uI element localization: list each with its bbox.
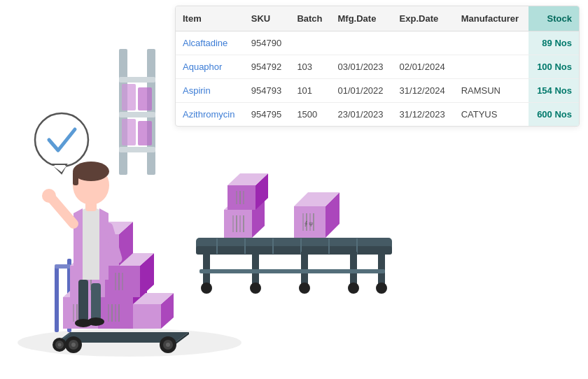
cell-0: Aspirin — [176, 79, 244, 103]
cell-0: Azithromycin — [176, 103, 244, 127]
inventory-table: Item SKU Batch Mfg.Date Exp.Date Manufac… — [175, 6, 580, 127]
svg-point-78 — [35, 113, 88, 166]
svg-point-94 — [201, 283, 212, 294]
column-mfgdate: Mfg.Date — [330, 6, 392, 31]
cell-1: 954792 — [244, 55, 290, 79]
svg-point-66 — [88, 317, 104, 326]
cell-6: 100 Nos — [528, 55, 579, 79]
svg-point-18 — [166, 343, 170, 347]
cell-2: 101 — [290, 79, 330, 103]
cell-1: 954790 — [244, 31, 290, 55]
cell-6: 154 Nos — [528, 79, 579, 103]
svg-point-98 — [376, 283, 387, 294]
cell-0: Alcaftadine — [176, 31, 244, 55]
cell-3: 01/01/2022 — [330, 79, 392, 103]
cell-3: 03/01/2023 — [330, 55, 392, 79]
svg-marker-60 — [133, 304, 161, 329]
cell-4 — [393, 31, 454, 55]
cell-3 — [330, 31, 392, 55]
svg-rect-6 — [138, 87, 152, 110]
svg-rect-74 — [73, 171, 78, 185]
column-batch: Batch — [290, 6, 330, 31]
cell-1: 954793 — [244, 79, 290, 103]
cell-5 — [454, 31, 528, 55]
svg-rect-99 — [200, 269, 385, 273]
cell-2 — [290, 31, 330, 55]
table-header-row: Item SKU Batch Mfg.Date Exp.Date Manufac… — [176, 6, 579, 31]
cell-5: RAMSUN — [454, 79, 528, 103]
svg-rect-3 — [119, 112, 155, 117]
svg-point-76 — [42, 189, 56, 203]
cell-4: 31/12/2023 — [393, 103, 454, 127]
cell-4: 31/12/2024 — [393, 79, 454, 103]
column-stock: Stock — [528, 6, 579, 31]
cell-1: 954795 — [244, 103, 290, 127]
svg-rect-63 — [78, 280, 88, 322]
svg-rect-2 — [119, 77, 155, 83]
table-row: Aspirin95479310101/01/202231/12/2024RAMS… — [176, 79, 579, 103]
svg-rect-64 — [91, 283, 101, 322]
conveyor-illustration: ∮ ψ — [189, 154, 399, 294]
svg-marker-70 — [99, 208, 108, 280]
cell-6: 600 Nos — [528, 103, 579, 127]
table-row: Aquaphor95479210303/01/202302/01/2024100… — [176, 55, 579, 79]
svg-rect-24 — [55, 264, 71, 269]
svg-point-97 — [348, 283, 359, 294]
svg-marker-100 — [224, 210, 252, 238]
svg-rect-7 — [122, 119, 136, 145]
svg-rect-5 — [122, 84, 136, 110]
column-item: Item — [176, 6, 244, 31]
table-row: Azithromycin954795150023/01/202331/12/20… — [176, 103, 579, 127]
svg-line-75 — [52, 199, 74, 224]
column-manufacturer: Manufacturer — [454, 6, 528, 31]
cell-2: 103 — [290, 55, 330, 79]
cell-3: 23/01/2023 — [330, 103, 392, 127]
cell-0: Aquaphor — [176, 55, 244, 79]
svg-rect-22 — [55, 266, 59, 332]
svg-point-96 — [299, 283, 310, 294]
svg-rect-4 — [119, 147, 155, 152]
svg-point-95 — [250, 283, 261, 294]
column-sku: SKU — [244, 6, 290, 31]
table-row: Alcaftadine95479089 Nos — [176, 31, 579, 55]
cell-5: CATYUS — [454, 103, 528, 127]
svg-point-15 — [71, 343, 76, 347]
svg-rect-8 — [138, 121, 152, 145]
svg-marker-107 — [227, 185, 255, 210]
scene: ∮ ψ Item SKU Batch Mfg.Date Exp.Date Man… — [0, 0, 588, 379]
column-expdate: Exp.Date — [393, 6, 454, 31]
svg-point-21 — [58, 343, 62, 347]
cell-2: 1500 — [290, 103, 330, 127]
svg-rect-82 — [196, 246, 392, 255]
cell-5 — [454, 55, 528, 79]
svg-text:∮ ψ: ∮ ψ — [304, 220, 313, 227]
cell-6: 89 Nos — [528, 31, 579, 55]
cell-4: 02/01/2024 — [393, 55, 454, 79]
